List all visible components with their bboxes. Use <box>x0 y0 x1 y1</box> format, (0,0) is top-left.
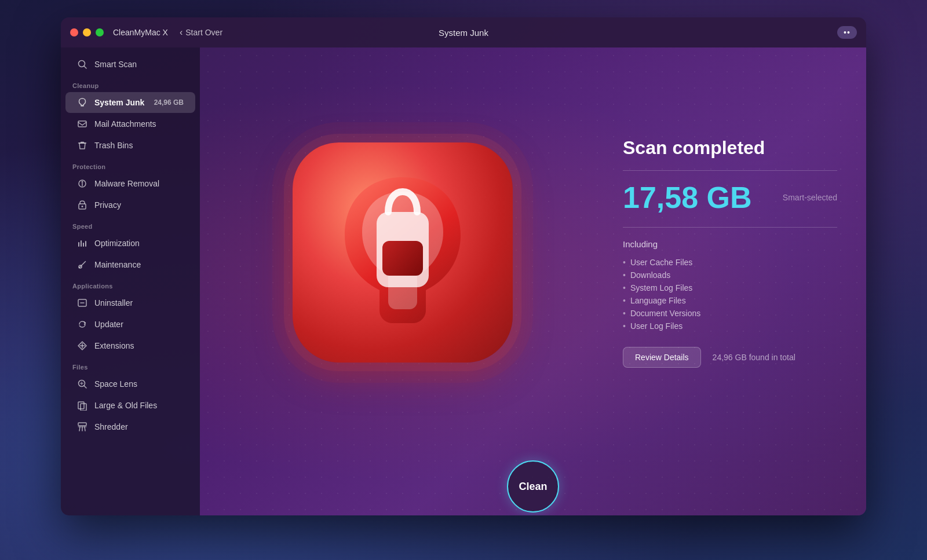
updater-icon <box>77 319 87 330</box>
svg-rect-24 <box>81 404 86 411</box>
list-item: System Log Files <box>623 281 837 294</box>
back-chevron-icon: ‹ <box>180 27 183 38</box>
malware-icon <box>77 178 87 189</box>
sidebar-item-optimization[interactable]: Optimization <box>65 233 195 254</box>
list-item: Downloads <box>623 269 837 281</box>
uninstaller-icon <box>77 298 87 308</box>
list-item: User Log Files <box>623 320 837 332</box>
shredder-icon <box>77 422 87 432</box>
window-title: System Junk <box>439 28 488 38</box>
system-junk-icon <box>77 97 87 108</box>
back-button[interactable]: ‹ Start Over <box>180 27 222 38</box>
content-area: Scan completed 17,58 GB Smart-selected I… <box>200 47 866 515</box>
optimization-label: Optimization <box>94 239 140 248</box>
system-junk-label: System Junk <box>94 98 144 107</box>
sidebar-item-system-junk[interactable]: System Junk 24,96 GB <box>65 92 195 113</box>
sidebar: Smart Scan Cleanup System Junk 24,96 GB <box>61 47 200 515</box>
items-list: User Cache Files Downloads System Log Fi… <box>623 256 837 332</box>
review-row: Review Details 24,96 GB found in total <box>623 347 837 368</box>
back-button-label: Start Over <box>185 28 222 37</box>
speed-section-label: Speed <box>61 216 200 232</box>
svg-rect-31 <box>382 241 423 276</box>
list-item: Document Versions <box>623 307 837 320</box>
maximize-button[interactable] <box>96 28 104 36</box>
sidebar-item-smart-scan[interactable]: Smart Scan <box>65 54 195 75</box>
optimization-icon <box>77 238 87 248</box>
protection-section-label: Protection <box>61 156 200 173</box>
shredder-label: Shredder <box>94 422 128 431</box>
sidebar-item-malware-removal[interactable]: Malware Removal <box>65 173 195 194</box>
maintenance-icon <box>77 259 87 270</box>
mail-attachments-label: Mail Attachments <box>94 119 156 129</box>
trash-icon <box>77 140 87 151</box>
size-value: 17,58 GB <box>623 182 752 213</box>
sidebar-item-mail-attachments[interactable]: Mail Attachments <box>65 114 195 134</box>
extensions-icon <box>77 341 87 351</box>
sidebar-item-maintenance[interactable]: Maintenance <box>65 254 195 275</box>
sidebar-item-updater[interactable]: Updater <box>65 314 195 335</box>
files-section-label: Files <box>61 357 200 373</box>
malware-removal-label: Malware Removal <box>94 179 159 188</box>
sidebar-item-privacy[interactable]: Privacy <box>65 195 195 215</box>
svg-rect-3 <box>78 121 86 127</box>
size-row: 17,58 GB Smart-selected <box>623 182 837 213</box>
icon-area <box>200 119 605 386</box>
space-lens-icon <box>77 379 87 389</box>
smart-scan-icon <box>77 59 87 69</box>
more-button[interactable]: •• <box>837 26 857 39</box>
svg-line-1 <box>84 66 86 68</box>
system-junk-badge: 24,96 GB <box>154 98 184 107</box>
large-old-files-icon <box>77 400 87 411</box>
minimize-button[interactable] <box>83 28 91 36</box>
content-inner: Scan completed 17,58 GB Smart-selected I… <box>200 47 866 457</box>
app-icon <box>293 142 513 363</box>
maintenance-label: Maintenance <box>94 260 141 269</box>
more-icon: •• <box>844 28 851 37</box>
close-button[interactable] <box>70 28 78 36</box>
trash-bins-label: Trash Bins <box>94 141 133 150</box>
divider-top <box>623 170 837 171</box>
app-title: CleanMyMac X <box>113 28 168 37</box>
bottom-area: Clean <box>200 457 866 515</box>
info-panel: Scan completed 17,58 GB Smart-selected I… <box>605 114 866 391</box>
sidebar-item-uninstaller[interactable]: Uninstaller <box>65 292 195 313</box>
title-bar: CleanMyMac X ‹ Start Over System Junk •• <box>61 17 866 47</box>
svg-point-9 <box>82 206 83 207</box>
space-lens-label: Space Lens <box>94 379 137 389</box>
extensions-label: Extensions <box>94 341 134 350</box>
cleanup-section-label: Cleanup <box>61 75 200 91</box>
svg-line-26 <box>79 427 80 431</box>
svg-point-6 <box>82 181 83 183</box>
sidebar-item-extensions[interactable]: Extensions <box>65 335 195 356</box>
sidebar-item-trash-bins[interactable]: Trash Bins <box>65 135 195 156</box>
clean-button[interactable]: Clean <box>507 460 559 513</box>
divider-bottom <box>623 227 837 228</box>
smart-selected-label: Smart-selected <box>783 193 837 202</box>
including-label: Including <box>623 239 837 249</box>
found-total-label: 24,96 GB found in total <box>713 353 795 362</box>
sidebar-item-shredder[interactable]: Shredder <box>65 416 195 437</box>
review-details-button[interactable]: Review Details <box>623 347 701 368</box>
svg-line-28 <box>85 427 85 431</box>
privacy-icon <box>77 200 87 210</box>
mail-icon <box>77 119 87 129</box>
list-item: Language Files <box>623 294 837 307</box>
uninstaller-label: Uninstaller <box>94 298 133 308</box>
applications-section-label: Applications <box>61 276 200 292</box>
list-item: User Cache Files <box>623 256 837 269</box>
updater-label: Updater <box>94 320 123 329</box>
svg-rect-25 <box>78 423 86 426</box>
smart-scan-label: Smart Scan <box>94 60 137 69</box>
sidebar-item-large-old-files[interactable]: Large & Old Files <box>65 395 195 416</box>
main-content: Smart Scan Cleanup System Junk 24,96 GB <box>61 47 866 515</box>
privacy-label: Privacy <box>94 200 121 210</box>
traffic-lights <box>70 28 104 36</box>
sidebar-item-space-lens[interactable]: Space Lens <box>65 374 195 394</box>
svg-rect-23 <box>78 402 84 409</box>
title-bar-actions: •• <box>837 26 857 39</box>
large-old-files-label: Large & Old Files <box>94 401 157 410</box>
svg-line-20 <box>84 386 86 388</box>
scan-completed-title: Scan completed <box>623 137 837 159</box>
